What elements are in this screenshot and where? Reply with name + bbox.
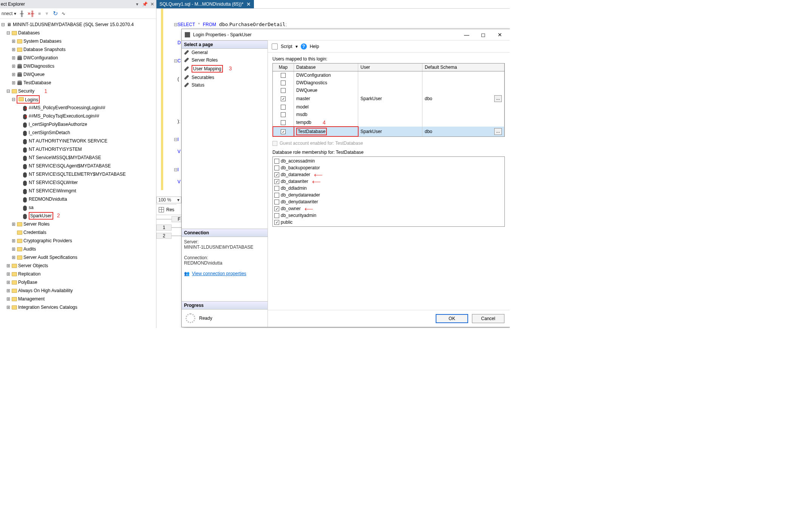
role-db_datawriter[interactable]: db_datawriter⟵ — [274, 178, 503, 185]
tree-node[interactable]: ⊞Server Roles — [0, 220, 156, 228]
zoom-level[interactable]: 100 %▾ — [156, 197, 181, 203]
role-db_accessadmin[interactable]: db_accessadmin — [274, 158, 503, 164]
map-checkbox[interactable] — [281, 112, 286, 117]
tree-node[interactable]: ⊞Server Objects — [0, 262, 156, 270]
page-status[interactable]: Status — [182, 81, 268, 89]
role-checkbox[interactable] — [274, 186, 279, 191]
table-row[interactable]: DWDiagnostics — [273, 79, 504, 87]
tree-node[interactable]: ⊞DWConfiguration — [0, 54, 156, 62]
col-database[interactable]: Database — [294, 63, 358, 71]
ok-button[interactable]: OK — [436, 314, 468, 323]
tree-node[interactable]: ⊞Management — [0, 295, 156, 303]
login-item[interactable]: NT AUTHORITY\SYSTEM — [0, 145, 156, 153]
script-icon[interactable] — [272, 43, 278, 50]
page-securables[interactable]: Securables — [182, 74, 268, 81]
table-row[interactable]: masterSparkUserdbo... — [273, 94, 504, 103]
tree-node[interactable]: ⊞Server Audit Specifications — [0, 253, 156, 262]
close-icon[interactable]: ✕ — [149, 1, 155, 7]
filter-icon[interactable]: ▼ — [45, 11, 49, 16]
login-item[interactable]: NT SERVICE\Winmgmt — [0, 187, 156, 195]
sql-editor-tab[interactable]: SQLQuery1.sql - M...MOND\nidutta (65))* … — [156, 0, 254, 8]
page-server-roles[interactable]: Server Roles — [182, 56, 268, 64]
tree-node[interactable]: ⊞TestDatabase — [0, 79, 156, 87]
login-item[interactable]: ##MS_PolicyEventProcessingLogin## — [0, 104, 156, 112]
col-user[interactable]: User — [358, 63, 422, 71]
table-row[interactable]: DWQueue — [273, 87, 504, 94]
role-db_denydatawriter[interactable]: db_denydatawriter — [274, 198, 503, 205]
tree-node[interactable]: ⊞DWDiagnostics — [0, 62, 156, 70]
login-item[interactable]: NT AUTHORITY\NETWORK SERVICE — [0, 137, 156, 145]
login-item[interactable]: l_certSignPolyBaseAuthorize — [0, 120, 156, 128]
logins-node[interactable]: ⊟Logins — [0, 95, 156, 104]
login-item[interactable]: SparkUser2 — [0, 212, 156, 220]
tree-node[interactable]: ⊞Cryptographic Providers — [0, 237, 156, 245]
server-node[interactable]: ⊟🖥MININT-1LDUSNE\MYDATABASE (SQL Server … — [0, 20, 156, 29]
tree-node[interactable]: ⊞Database Snapshots — [0, 45, 156, 54]
view-connection-link[interactable]: View connection properties — [192, 271, 246, 276]
security-node[interactable]: ⊟Security1 — [0, 87, 156, 95]
role-db_securityadmin[interactable]: db_securityadmin — [274, 212, 503, 219]
help-icon[interactable]: ? — [301, 43, 307, 50]
tree-node[interactable]: Credentials — [0, 228, 156, 237]
disconnect-icon[interactable]: ╫ — [20, 11, 24, 17]
browse-button[interactable]: ... — [494, 95, 502, 102]
login-item[interactable]: REDMOND\nidutta — [0, 195, 156, 203]
table-row[interactable]: model — [273, 103, 504, 111]
login-item[interactable]: NT SERVICE\SQLWriter — [0, 178, 156, 187]
results-tab[interactable]: Res — [156, 204, 176, 215]
tree-node[interactable]: ⊞Integration Services Catalogs — [0, 303, 156, 311]
refresh-icon[interactable]: ↻ — [53, 10, 58, 17]
login-item[interactable]: NT Service\MSSQL$MYDATABASE — [0, 153, 156, 162]
login-item[interactable]: ##MS_PolicyTsqlExecutionLogin## — [0, 112, 156, 120]
close-tab-icon[interactable]: ✕ — [246, 1, 251, 7]
table-row[interactable]: DWConfiguration — [273, 71, 504, 79]
role-checkbox[interactable] — [274, 220, 279, 225]
map-checkbox[interactable] — [281, 73, 286, 78]
browse-button[interactable]: ... — [494, 128, 502, 135]
table-row[interactable]: msdb — [273, 111, 504, 118]
map-checkbox[interactable] — [281, 88, 286, 93]
tree-node[interactable]: ⊞System Databases — [0, 37, 156, 45]
role-public[interactable]: public — [274, 219, 503, 226]
col-schema[interactable]: Default Schema — [422, 63, 504, 71]
map-checkbox[interactable] — [281, 105, 286, 110]
role-checkbox[interactable] — [274, 159, 279, 164]
role-db_backupoperator[interactable]: db_backupoperator — [274, 164, 503, 171]
login-item[interactable]: NT SERVICE\SQLTELEMETRY$MYDATABASE — [0, 170, 156, 178]
role-checkbox[interactable] — [274, 206, 279, 211]
tree-node[interactable]: ⊞Audits — [0, 245, 156, 253]
role-checkbox[interactable] — [274, 200, 279, 204]
disconnect-x-icon[interactable]: ×╫ — [28, 11, 34, 17]
role-checkbox[interactable] — [274, 179, 279, 184]
login-item[interactable]: l_certSignSmDetach — [0, 128, 156, 137]
dropdown-icon[interactable]: ▾ — [134, 1, 140, 7]
minimize-icon[interactable]: — — [460, 29, 473, 40]
close-icon[interactable]: ✕ — [493, 29, 507, 40]
table-row[interactable]: tempdb4 — [273, 118, 504, 127]
stop-icon[interactable]: ■ — [38, 11, 41, 16]
role-db_datareader[interactable]: db_datareader⟵ — [274, 171, 503, 178]
map-checkbox[interactable] — [281, 129, 286, 134]
tree-node[interactable]: ⊞Replication — [0, 270, 156, 278]
dialog-titlebar[interactable]: Login Properties - SparkUser — ◻ ✕ — [182, 29, 510, 40]
role-db_denydatareader[interactable]: db_denydatareader — [274, 192, 503, 198]
maximize-icon[interactable]: ◻ — [476, 29, 490, 40]
role-db_ddladmin[interactable]: db_ddladmin — [274, 185, 503, 192]
table-row[interactable]: TestDatabaseSparkUserdbo... — [273, 127, 504, 136]
dropdown-icon[interactable]: ▾ — [295, 44, 298, 49]
connect-button[interactable]: nnect ▾ — [2, 11, 16, 16]
role-checkbox[interactable] — [274, 193, 279, 198]
page-user-mapping[interactable]: User Mapping3 — [182, 64, 268, 74]
role-checkbox[interactable] — [274, 172, 279, 177]
pin-icon[interactable]: 📌 — [142, 1, 148, 7]
role-db_owner[interactable]: db_owner⟵ — [274, 205, 503, 212]
databases-node[interactable]: ⊟Databases — [0, 29, 156, 37]
help-button[interactable]: Help — [310, 44, 319, 49]
page-general[interactable]: General — [182, 49, 268, 56]
role-checkbox[interactable] — [274, 213, 279, 218]
map-checkbox[interactable] — [281, 120, 286, 125]
activity-icon[interactable]: ∿ — [62, 11, 65, 16]
tree-node[interactable]: ⊞PolyBase — [0, 278, 156, 286]
role-checkbox[interactable] — [274, 166, 279, 170]
login-item[interactable]: NT SERVICE\SQLAgent$MYDATABASE — [0, 162, 156, 170]
